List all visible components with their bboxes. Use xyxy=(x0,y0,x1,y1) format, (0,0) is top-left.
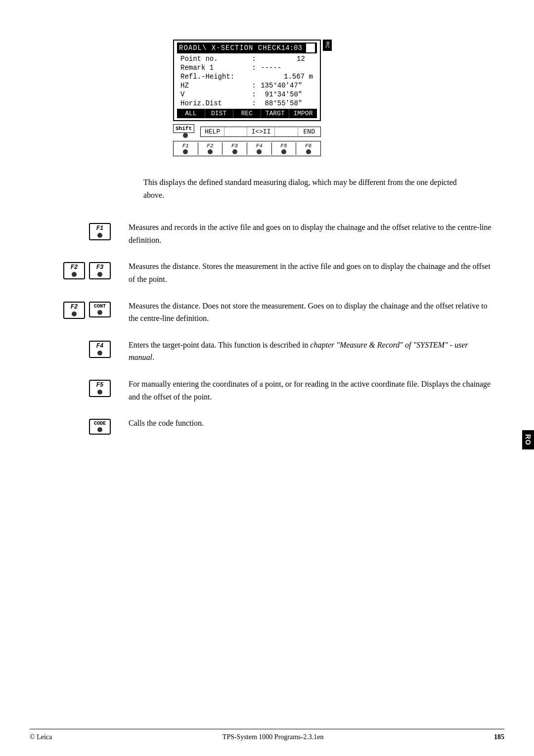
key-desc-f2f3: F2 F3 Measures the distance. Stores the … xyxy=(30,260,504,285)
key-group-code: CODE xyxy=(40,419,119,435)
key-code-description: Calls the code function. xyxy=(129,417,494,430)
key-f4-label: F4 xyxy=(96,343,103,350)
help-item-help[interactable]: HELP xyxy=(201,127,224,136)
key-f2f3-description: Measures the distance. Stores the measur… xyxy=(129,260,494,285)
key-group-f4: F4 xyxy=(40,341,119,358)
screen-field-row: Refl.-Height: 1.567 m xyxy=(179,72,315,81)
field-value: 12 xyxy=(259,54,315,63)
footer-copyright: © Leica xyxy=(30,733,52,741)
menu-item-all[interactable]: ALL xyxy=(177,109,205,118)
key-f4-description: Enters the target-point data. This funct… xyxy=(129,339,494,364)
fkey-f5-label: F5 xyxy=(280,143,287,149)
menu-item-targt[interactable]: TARGT xyxy=(261,109,289,118)
key-f2b-dot xyxy=(72,311,77,316)
screen-field-row: Point no. : 12 xyxy=(179,54,315,63)
key-code-dot xyxy=(97,427,102,432)
help-item-empty2 xyxy=(275,127,298,136)
key-group-f2cont: F2 CONT xyxy=(40,302,119,319)
key-f5-badge: F5 xyxy=(89,380,111,397)
fkey-f4-label: F4 xyxy=(256,143,263,149)
footer-document: TPS-System 1000 Programs-2.3.1en xyxy=(222,733,324,741)
key-f2b-label: F2 xyxy=(71,304,78,311)
field-label: Refl.-Height: xyxy=(179,72,250,81)
key-desc-f4: F4 Enters the target-point data. This fu… xyxy=(30,339,504,364)
key-f3-dot xyxy=(97,272,102,277)
help-item-end[interactable]: END xyxy=(298,127,320,136)
key-f1-badge: F1 xyxy=(89,223,111,240)
key-f4-dot xyxy=(97,351,102,356)
key-f2cont-description: Measures the distance. Does not store th… xyxy=(129,300,494,325)
fkey-f6[interactable]: F6 xyxy=(296,142,320,155)
key-f5-dot xyxy=(97,390,102,395)
page-footer: © Leica TPS-System 1000 Programs-2.3.1en… xyxy=(30,729,504,741)
menu-item-impor[interactable]: IMPOR xyxy=(289,109,317,118)
field-label: V xyxy=(179,90,250,99)
shift-help-row: Shift HELP I<>II END xyxy=(173,124,321,138)
key-group-f2f3: F2 F3 xyxy=(40,262,119,279)
key-f4-badge: F4 xyxy=(89,341,111,358)
field-value: 135°40'47" xyxy=(259,81,315,90)
screen-data-table: Point no. : 12 Remark 1 : ----- Refl.-He… xyxy=(179,54,315,108)
shift-button[interactable]: Shift xyxy=(173,124,194,133)
key-f1-description: Measures and records in the active file … xyxy=(129,221,494,246)
footer-page-number: 185 xyxy=(494,733,504,741)
fkey-f1[interactable]: F1 xyxy=(174,142,198,155)
field-label: Point no. xyxy=(179,54,250,63)
menu-item-rec[interactable]: REC xyxy=(233,109,262,118)
key-f2-dot xyxy=(72,272,77,277)
field-colon: : xyxy=(250,54,259,63)
key-code-badge: CODE xyxy=(89,419,111,435)
screen-menu-bar: ALL DIST REC TARGT IMPOR xyxy=(177,109,317,118)
fkey-f4[interactable]: F4 xyxy=(247,142,272,155)
intro-paragraph: This displays the defined standard measu… xyxy=(143,176,475,201)
screen-content: ROADL\ X-SECTION CHECK 14:03 Point no. :… xyxy=(173,40,321,121)
key-f3-badge: F3 xyxy=(89,262,111,279)
fkey-f2-dot xyxy=(208,149,213,154)
screen-field-row: HZ : 135°40'47" xyxy=(179,81,315,90)
ro-tab: RO xyxy=(522,430,534,449)
screen-time: 14:03 xyxy=(281,44,302,52)
key-code-label: CODE xyxy=(94,421,106,426)
key-f5-label: F5 xyxy=(96,382,103,389)
help-bar: HELP I<>II END xyxy=(200,127,321,137)
fkey-f4-dot xyxy=(257,149,262,154)
key-desc-code: CODE Calls the code function. xyxy=(30,417,504,435)
key-f2b-badge: F2 xyxy=(63,302,85,319)
screen-field-row: Remark 1 : ----- xyxy=(179,63,315,72)
screen-display: ROADL\ X-SECTION CHECK 14:03 Point no. :… xyxy=(173,40,321,121)
key-desc-f1: F1 Measures and records in the active fi… xyxy=(30,221,504,246)
key-cont-badge: CONT xyxy=(89,302,111,317)
key-f2-label: F2 xyxy=(71,264,78,271)
help-item-toggle[interactable]: I<>II xyxy=(247,127,275,136)
key-desc-f5: F5 For manually entering the coordinates… xyxy=(30,378,504,403)
key-cont-dot xyxy=(97,310,102,315)
field-label: HZ xyxy=(179,81,250,90)
fkey-f6-label: F6 xyxy=(305,143,312,149)
fkey-f3-dot xyxy=(232,149,237,154)
key-f2-badge: F2 xyxy=(63,262,85,279)
mc-tab: MC xyxy=(323,40,332,51)
screen-title: ROADL\ X-SECTION CHECK xyxy=(179,44,281,52)
screen-field-row: Horiz.Dist : 88°55'58" xyxy=(179,99,315,108)
fkey-f1-label: F1 xyxy=(182,143,189,149)
field-value: ----- xyxy=(259,63,315,72)
function-key-bar: F1 F2 F3 F4 F5 F6 xyxy=(173,141,321,156)
screen-field-row: V : 91°34'50" xyxy=(179,90,315,99)
screen-data-fields: Point no. : 12 Remark 1 : ----- Refl.-He… xyxy=(177,54,317,108)
shift-button-group: Shift xyxy=(173,124,196,138)
page: ROADL\ X-SECTION CHECK 14:03 Point no. :… xyxy=(0,0,534,756)
fkey-f2[interactable]: F2 xyxy=(198,142,223,155)
fkey-f6-dot xyxy=(306,149,311,154)
key-f3-label: F3 xyxy=(96,264,103,271)
fkey-f5[interactable]: F5 xyxy=(272,142,297,155)
fkey-f1-dot xyxy=(183,149,188,154)
fkey-f5-dot xyxy=(281,149,286,154)
field-label: Remark 1 xyxy=(179,63,250,72)
key-f1-label: F1 xyxy=(96,225,103,232)
fkey-f3[interactable]: F3 xyxy=(222,142,247,155)
field-colon: : xyxy=(250,81,259,90)
field-value: 88°55'58" xyxy=(259,99,315,108)
field-colon xyxy=(250,72,259,81)
menu-item-dist[interactable]: DIST xyxy=(205,109,233,118)
key-group-f1: F1 xyxy=(40,223,119,240)
